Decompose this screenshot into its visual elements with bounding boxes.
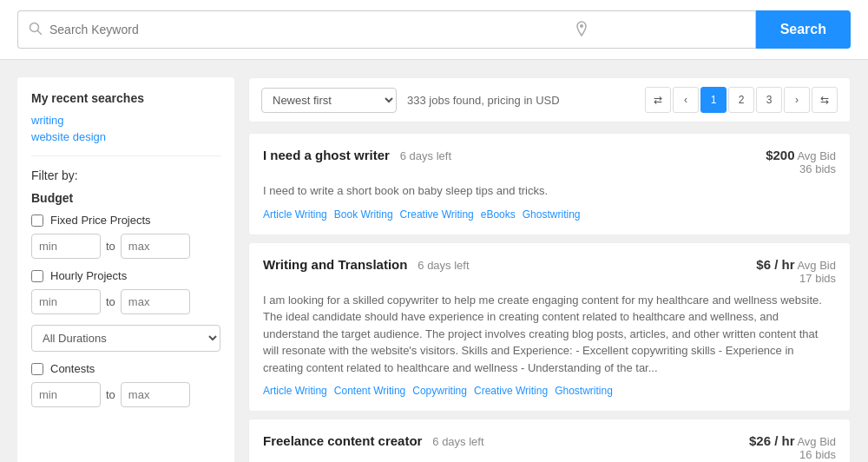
page-3-btn[interactable]: 3 <box>756 87 782 113</box>
sort-select[interactable]: Newest firstOldest firstBudget: High to … <box>261 88 397 113</box>
job-bid-amount: $26 / hr <box>749 433 795 448</box>
fixed-price-row: Fixed Price Projects <box>31 214 220 227</box>
contests-checkbox[interactable] <box>31 363 43 375</box>
job-card-header: Writing and Translation 6 days left $6 /… <box>263 257 836 285</box>
recent-search-writing[interactable]: writing <box>31 114 220 127</box>
contests-to-label: to <box>106 388 115 401</box>
job-tags: Article WritingContent WritingCopywritin… <box>263 385 836 397</box>
job-card: Freelance content creator 6 days left $2… <box>248 419 851 462</box>
job-tags: Article WritingBook WritingCreative Writ… <box>263 208 836 221</box>
location-wrap: Online Job <box>565 10 756 49</box>
job-tag[interactable]: eBooks <box>481 208 516 221</box>
svg-point-2 <box>580 24 583 28</box>
page-first-btn[interactable]: ⇄ <box>645 87 671 113</box>
search-button[interactable]: Search <box>756 10 851 49</box>
hourly-max-input[interactable] <box>121 289 190 314</box>
contests-min-input[interactable] <box>31 382 101 407</box>
fixed-min-input[interactable] <box>31 234 101 259</box>
location-icon <box>575 21 588 39</box>
job-tag[interactable]: Creative Writing <box>474 385 548 397</box>
page-1-btn[interactable]: 1 <box>700 87 727 113</box>
job-bids-count: 36 bids <box>799 162 836 175</box>
contests-row: Contests <box>31 362 220 375</box>
search-icon <box>29 22 43 38</box>
job-card-header: I need a ghost writer 6 days left $200 A… <box>263 148 836 175</box>
listings-header: Newest firstOldest firstBudget: High to … <box>248 77 851 122</box>
job-description: I need to write a short book on baby sle… <box>263 182 836 200</box>
duration-select[interactable]: All Durations Less than 1 week 1 to 4 we… <box>31 325 220 352</box>
job-tag[interactable]: Book Writing <box>334 208 393 221</box>
job-bid-label: Avg Bid <box>797 435 836 448</box>
hourly-range: to <box>31 289 220 314</box>
page-last-btn[interactable]: ⇆ <box>812 87 838 113</box>
job-time: 6 days left <box>400 149 451 162</box>
contests-label: Contests <box>50 362 95 375</box>
job-description: I am looking for a skilled copywriter to… <box>263 292 836 377</box>
job-tag[interactable]: Creative Writing <box>400 208 474 221</box>
hourly-min-input[interactable] <box>31 289 101 314</box>
budget-label: Budget <box>31 191 220 205</box>
search-bar: Online Job Search <box>0 0 868 60</box>
job-title: I need a ghost writer <box>263 148 390 162</box>
listings: Newest firstOldest firstBudget: High to … <box>248 77 851 462</box>
job-bid: $26 / hr Avg Bid 16 bids <box>749 433 836 461</box>
recent-searches-list: writing website design <box>31 114 220 143</box>
contests-max-input[interactable] <box>121 382 190 407</box>
job-bid: $200 Avg Bid 36 bids <box>766 148 836 175</box>
job-tag[interactable]: Content Writing <box>334 385 405 397</box>
page-2-btn[interactable]: 2 <box>728 87 754 113</box>
fixed-max-input[interactable] <box>121 234 190 259</box>
fixed-price-range: to <box>31 234 220 259</box>
main-layout: My recent searches writing website desig… <box>0 60 868 462</box>
pagination: ⇄ ‹ 1 2 3 › ⇆ <box>645 87 838 113</box>
hourly-checkbox[interactable] <box>31 270 43 282</box>
filter-by-label: Filter by: <box>31 168 220 182</box>
page-next-btn[interactable]: › <box>784 87 810 113</box>
svg-line-1 <box>38 30 42 34</box>
fixed-price-label: Fixed Price Projects <box>50 214 151 227</box>
recent-search-website-design[interactable]: website design <box>31 130 220 143</box>
job-bid-label: Avg Bid <box>797 259 836 272</box>
job-time: 6 days left <box>418 259 469 272</box>
job-title: Writing and Translation <box>263 257 407 272</box>
sidebar-divider <box>31 155 220 156</box>
job-bid: $6 / hr Avg Bid 17 bids <box>756 257 836 285</box>
sidebar: My recent searches writing website desig… <box>17 77 234 462</box>
job-time: 6 days left <box>432 435 483 448</box>
hourly-row: Hourly Projects <box>31 269 220 282</box>
hourly-to-label: to <box>106 295 115 308</box>
job-bid-amount: $200 <box>766 148 794 162</box>
page-prev-btn[interactable]: ‹ <box>673 87 699 113</box>
recent-searches-title: My recent searches <box>31 91 220 105</box>
job-bids-count: 16 bids <box>799 448 836 461</box>
job-title: Freelance content creator <box>263 433 422 448</box>
job-card: Writing and Translation 6 days left $6 /… <box>248 242 851 412</box>
job-bid-amount: $6 / hr <box>756 257 794 272</box>
job-cards-container: I need a ghost writer 6 days left $200 A… <box>248 133 851 462</box>
job-tag[interactable]: Copywriting <box>412 385 467 397</box>
job-card-header: Freelance content creator 6 days left $2… <box>263 433 836 461</box>
job-tag[interactable]: Ghostwriting <box>555 385 613 397</box>
search-input[interactable] <box>49 23 555 36</box>
location-input[interactable]: Online Job <box>593 23 745 36</box>
contests-range: to <box>31 382 220 407</box>
search-keyword-wrap <box>17 10 565 49</box>
job-card: I need a ghost writer 6 days left $200 A… <box>248 133 851 235</box>
fixed-to-label: to <box>106 240 115 253</box>
job-bid-label: Avg Bid <box>797 149 836 162</box>
job-tag[interactable]: Ghostwriting <box>523 208 581 221</box>
job-tag[interactable]: Article Writing <box>263 208 327 221</box>
results-info: 333 jobs found, pricing in USD <box>407 94 635 107</box>
job-tag[interactable]: Article Writing <box>263 385 327 397</box>
hourly-label: Hourly Projects <box>50 269 127 282</box>
job-bids-count: 17 bids <box>799 272 836 285</box>
fixed-price-checkbox[interactable] <box>31 214 43 227</box>
